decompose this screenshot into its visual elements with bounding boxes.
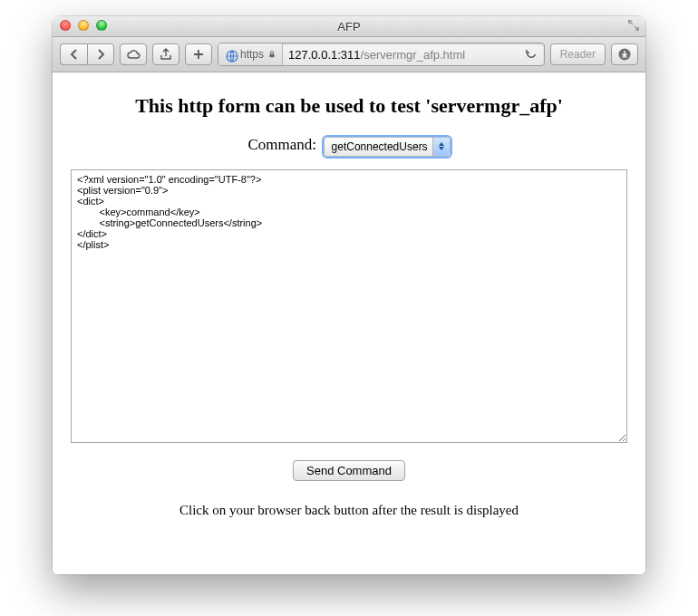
globe-icon xyxy=(225,49,237,61)
window-controls xyxy=(60,20,107,31)
url-scheme: https xyxy=(218,43,283,65)
close-window-button[interactable] xyxy=(60,20,71,31)
icloud-button[interactable] xyxy=(120,43,147,65)
reload-button[interactable] xyxy=(519,43,544,65)
zoom-window-button[interactable] xyxy=(96,20,107,31)
nav-buttons xyxy=(60,43,114,65)
command-label: Command: xyxy=(247,136,316,153)
cloud-icon xyxy=(126,47,141,62)
command-select-value: getConnectedUsers xyxy=(325,140,450,153)
select-stepper-icon xyxy=(432,138,450,156)
browser-toolbar: https 127.0.0.1:311/servermgr_afp.html R… xyxy=(53,37,645,72)
minimize-window-button[interactable] xyxy=(78,20,89,31)
lock-icon xyxy=(267,50,276,59)
fullscreen-icon[interactable] xyxy=(627,19,640,32)
reader-label: Reader xyxy=(560,48,596,61)
reader-button[interactable]: Reader xyxy=(550,43,606,65)
address-bar[interactable]: https 127.0.0.1:311/servermgr_afp.html xyxy=(218,43,545,66)
chevron-right-icon xyxy=(93,47,108,62)
back-button[interactable] xyxy=(60,43,87,65)
page-heading: This http form can be used to test 'serv… xyxy=(71,94,627,118)
command-row: Command: getConnectedUsers xyxy=(71,136,627,157)
browser-window: AFP xyxy=(53,16,645,574)
new-tab-button[interactable] xyxy=(185,43,212,65)
send-command-button[interactable]: Send Command xyxy=(293,460,405,481)
reload-icon xyxy=(524,47,538,62)
chevron-left-icon xyxy=(67,47,82,62)
share-button[interactable] xyxy=(152,43,179,65)
hint-text: Click on your browser back button after … xyxy=(71,503,627,518)
url-text: 127.0.0.1:311/servermgr_afp.html xyxy=(283,48,519,62)
scheme-label: https xyxy=(240,48,264,61)
forward-button[interactable] xyxy=(87,43,114,65)
downloads-button[interactable] xyxy=(611,43,638,65)
url-path: /servermgr_afp.html xyxy=(361,48,466,62)
window-title: AFP xyxy=(53,20,645,34)
command-select[interactable]: getConnectedUsers xyxy=(324,137,451,157)
title-bar: AFP xyxy=(53,16,645,37)
url-host: 127.0.0.1:311 xyxy=(288,48,361,62)
plus-icon xyxy=(191,47,206,62)
page-content: This http form can be used to test 'serv… xyxy=(53,72,645,536)
share-icon xyxy=(159,47,173,62)
download-icon xyxy=(617,47,632,62)
request-body-textarea[interactable] xyxy=(71,169,627,443)
